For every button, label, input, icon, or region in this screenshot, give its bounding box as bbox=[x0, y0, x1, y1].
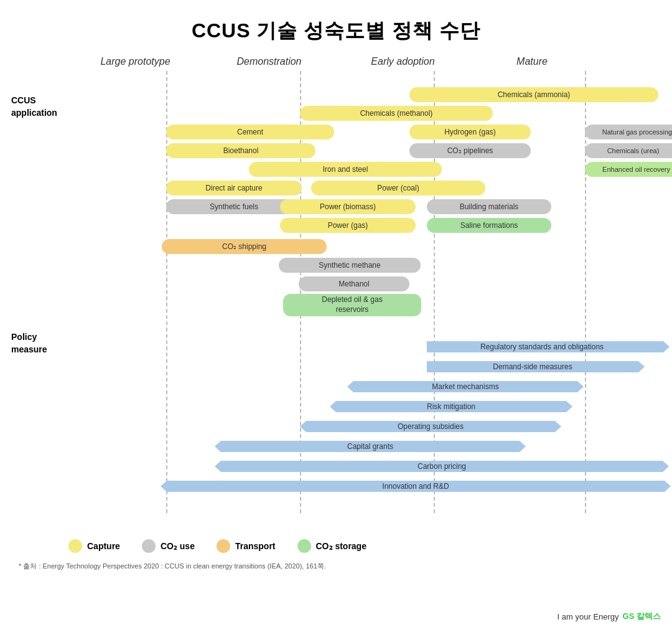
bar-co2-shipping: CO₂ shipping bbox=[162, 239, 327, 254]
bar-iron-steel: Iron and steel bbox=[249, 162, 442, 177]
bar-power-biomass: Power (biomass) bbox=[280, 199, 416, 214]
bar-building-materials: Building materials bbox=[427, 199, 551, 214]
legend-capture-dot bbox=[68, 539, 82, 553]
arrow-innovation: Innovation and R&D bbox=[161, 478, 671, 494]
svg-text:Regulatory standards and oblig: Regulatory standards and obligations bbox=[480, 342, 604, 351]
bar-direct-air: Direct air capture bbox=[166, 181, 302, 196]
bar-power-gas: Power (gas) bbox=[280, 218, 416, 233]
legend-capture-label: Capture bbox=[87, 541, 120, 551]
vline-1 bbox=[166, 71, 167, 513]
col-header-mature: Mature bbox=[470, 56, 594, 67]
bar-power-coal: Power (coal) bbox=[311, 181, 485, 196]
bar-cement: Cement bbox=[166, 125, 334, 139]
arrow-regulatory: Regulatory standards and obligations bbox=[427, 339, 670, 355]
footer-brand: GS 칼텍스 bbox=[623, 611, 661, 622]
svg-text:Carbon pricing: Carbon pricing bbox=[418, 462, 466, 471]
legend-transport-dot bbox=[217, 539, 230, 553]
page-title: CCUS 기술 성숙도별 정책 수단 bbox=[0, 0, 672, 56]
source-text: * 출처 : Energy Technology Perspectives 20… bbox=[0, 557, 672, 576]
col-header-early: Early adoption bbox=[336, 56, 470, 67]
bar-co2-pipelines: CO₂ pipelines bbox=[409, 143, 531, 158]
svg-text:Market mechanisms: Market mechanisms bbox=[432, 382, 498, 391]
arrow-market: Market mechanisms bbox=[347, 379, 584, 395]
bar-saline: Saline formations bbox=[427, 218, 551, 233]
arrow-risk: Risk mitigation bbox=[330, 398, 572, 415]
svg-text:Risk mitigation: Risk mitigation bbox=[427, 402, 475, 411]
bar-enhanced-oil: Enhanced oil recovery bbox=[585, 162, 672, 177]
col-header-demo: Demonstration bbox=[202, 56, 336, 67]
bar-hydrogen: Hydrogen (gas) bbox=[409, 125, 531, 139]
bar-depleted-oil: Depleted oil & gas reservoirs bbox=[283, 294, 421, 316]
legend-transport: Transport bbox=[217, 539, 276, 553]
legend-transport-label: Transport bbox=[235, 541, 276, 551]
bar-synthetic-methane: Synthetic methane bbox=[279, 258, 421, 273]
legend-co2-storage: CO₂ storage bbox=[297, 539, 366, 553]
svg-text:Capital grants: Capital grants bbox=[347, 442, 393, 451]
arrow-operating: Operating subsidies bbox=[300, 418, 561, 435]
svg-text:Demand-side measures: Demand-side measures bbox=[493, 362, 572, 371]
legend-co2use-dot bbox=[142, 539, 156, 553]
legend-capture: Capture bbox=[68, 539, 120, 553]
footer-logo: I am your Energy GS 칼텍스 bbox=[558, 611, 661, 622]
label-ccus: CCUSapplication bbox=[11, 95, 57, 119]
col-header-large: Large prototype bbox=[68, 56, 202, 67]
footer-text: I am your Energy bbox=[558, 612, 619, 621]
bar-chemicals-methanol: Chemicals (methanol) bbox=[300, 106, 493, 121]
bar-chemicals-ammonia: Chemicals (ammonia) bbox=[409, 87, 658, 102]
arrow-demand: Demand-side measures bbox=[427, 359, 645, 375]
legend-storage-label: CO₂ storage bbox=[316, 541, 366, 551]
legend-co2use-label: CO₂ use bbox=[161, 541, 195, 551]
legend-storage-dot bbox=[297, 539, 311, 553]
legend-area: Capture CO₂ use Transport CO₂ storage bbox=[0, 532, 672, 557]
bar-bioethanol: Bioethanol bbox=[166, 143, 315, 158]
legend-co2-use: CO₂ use bbox=[142, 539, 195, 553]
svg-text:Operating subsidies: Operating subsidies bbox=[398, 422, 464, 431]
arrow-capital: Capital grants bbox=[215, 438, 526, 455]
vline-4 bbox=[585, 71, 586, 513]
chart-area: Chemicals (ammonia) Chemicals (methanol)… bbox=[68, 71, 666, 532]
svg-text:Innovation and R&D: Innovation and R&D bbox=[382, 482, 449, 491]
arrow-carbon: Carbon pricing bbox=[215, 458, 669, 474]
label-policy: Policymeasure bbox=[11, 331, 47, 356]
bar-nat-gas: Natural gas processing bbox=[585, 125, 672, 139]
bar-chemicals-urea: Chemicals (urea) bbox=[585, 143, 672, 158]
bar-methanol: Methanol bbox=[299, 276, 409, 291]
